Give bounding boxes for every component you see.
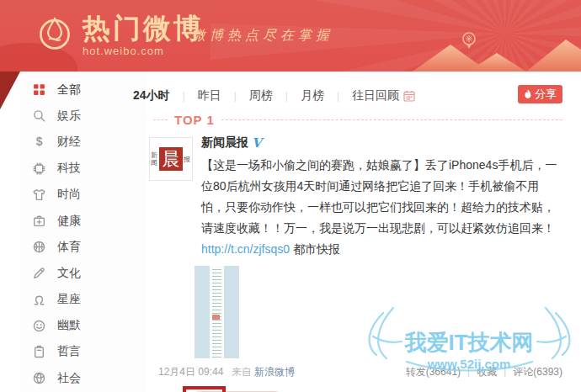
post-actions-links: 转发(36641) | 收藏 | 评论(6393): [406, 365, 562, 379]
tab-label: 24小时: [133, 88, 170, 103]
annotation-highlight-rect: [183, 386, 226, 392]
favorite-link[interactable]: 收藏: [477, 365, 497, 379]
ribbon-fold-decoration: [0, 72, 20, 109]
flame-circle-icon: [37, 13, 72, 52]
avatar-big-char: 晨: [159, 147, 183, 171]
sidebar-item-label: 社会: [57, 371, 81, 386]
chip-icon: [32, 162, 46, 176]
site-header: 热门微博 hot.weibo.com 微博热点尽在掌握: [0, 0, 581, 72]
post-thumbnail-image[interactable]: [195, 266, 239, 358]
top-post: 新闻 晨 报 新闻晨报 V 【这是一场和小偷之间的赛跑，姑娘赢了】丢了iPhon…: [149, 137, 562, 358]
sidebar-item-label: 体育: [57, 240, 81, 255]
pencil-icon: [32, 266, 46, 280]
sidebar-item-grid[interactable]: 全部: [20, 77, 147, 103]
category-sidebar: 全部娱乐$财经科技时尚健康体育文化星座幽默哲言社会: [20, 72, 147, 392]
sidebar-item-label: 全部: [57, 82, 81, 98]
avatar-small-left-text: 新闻: [151, 151, 158, 167]
header-tagline: 微博热点尽在掌握: [192, 27, 333, 45]
sidebar-item-label: 哲言: [57, 344, 81, 359]
author-row: 新闻晨报 V: [201, 135, 562, 151]
share-button[interactable]: 分享: [518, 85, 562, 103]
magnifier-icon: [32, 109, 46, 123]
calendar-icon: [403, 90, 415, 102]
thumbnail-red-mark: [212, 315, 220, 320]
tab-label: 往日回顾: [352, 88, 399, 103]
sidebar-item-dollar[interactable]: $财经: [20, 129, 147, 155]
logo-domain: hot.weibo.com: [83, 45, 204, 57]
sidebar-item-smiley[interactable]: 幽默: [20, 313, 147, 339]
grid-icon: [32, 82, 46, 97]
post-text-main: 【这是一场和小偷之间的赛跑，姑娘赢了】丢了iPhone4s手机后，一位80后杭州…: [201, 158, 557, 235]
sidebar-item-basketball[interactable]: 体育: [20, 234, 147, 260]
sidebar-item-label: 文化: [57, 266, 81, 281]
rank-title: TOP 1: [174, 113, 215, 127]
site-logo[interactable]: 热门微博 hot.weibo.com: [37, 13, 204, 57]
sidebar-item-globe[interactable]: 社会: [20, 365, 147, 391]
source-prefix: 来自: [232, 366, 252, 378]
post-text: 【这是一场和小偷之间的赛跑，姑娘赢了】丢了iPhone4s手机后，一位80后杭州…: [201, 155, 562, 260]
tab-label: 月榜: [301, 88, 324, 103]
sidebar-item-pencil[interactable]: 文化: [20, 260, 147, 286]
firstaid-icon: [32, 214, 46, 228]
tab-2[interactable]: 周榜: [237, 88, 285, 103]
source-link[interactable]: 新浪微博: [254, 366, 295, 378]
sidebar-item-tshirt[interactable]: 时尚: [20, 182, 147, 208]
tab-1[interactable]: 昨日: [185, 88, 234, 103]
tab-0[interactable]: 24小时: [133, 88, 183, 103]
repost-link[interactable]: 转发(36641): [406, 365, 461, 379]
thumbnail-text-strip: [210, 266, 224, 358]
tab-bar: 24小时|昨日|周榜|月榜|往日回顾 分享: [131, 72, 562, 105]
post-text-tail: 都市快报: [290, 242, 340, 256]
post-meta-left: 12月4日 09:44 来自 新浪微博: [158, 365, 295, 379]
sidebar-item-magnifier[interactable]: 娱乐: [20, 103, 147, 129]
globe-icon: [32, 371, 46, 385]
sidebar-item-label: 星座: [57, 292, 81, 307]
verified-badge: V: [252, 135, 262, 151]
basketball-icon: [32, 240, 46, 254]
location-pin-icon: [461, 32, 477, 52]
rank-dash-left: [153, 119, 168, 120]
heat-action-row: 91583°C +1 他们 +1 过： 等2470人: [131, 384, 562, 392]
libra-icon: [32, 293, 46, 307]
author-name[interactable]: 新闻晨报: [201, 135, 248, 151]
hot-weibo-page: 热门微博 hot.weibo.com 微博热点尽在掌握 全部娱乐$财经科技时尚健…: [0, 0, 581, 392]
sidebar-item-label: 财经: [57, 135, 81, 150]
sidebar-item-book[interactable]: 哲言: [20, 339, 147, 365]
flame-icon: [524, 89, 532, 99]
avatar-small-right-text: 报: [184, 156, 191, 163]
logo-title: 热门微博: [83, 13, 204, 44]
sidebar-item-chip[interactable]: 科技: [20, 156, 147, 182]
tab-label: 昨日: [198, 88, 221, 103]
rank-dash-right: [221, 119, 562, 120]
share-label: 分享: [535, 87, 557, 102]
main-content: 24小时|昨日|周榜|月榜|往日回顾 分享 TOP 1 新闻 晨 报 新闻晨报: [131, 72, 562, 392]
post-date: 12月4日 09:44: [158, 366, 223, 378]
sidebar-item-libra[interactable]: 星座: [20, 287, 147, 313]
sidebar-item-firstaid[interactable]: 健康: [20, 208, 147, 234]
tab-4[interactable]: 往日回顾: [339, 88, 428, 103]
svg-text:$: $: [36, 135, 43, 149]
tab-items-slot: 24小时|昨日|周榜|月榜|往日回顾: [133, 88, 562, 103]
tshirt-icon: [32, 188, 46, 202]
sidebar-item-label: 科技: [57, 161, 81, 176]
author-avatar[interactable]: 新闻 晨 报: [149, 137, 193, 181]
separator: |: [467, 365, 470, 379]
sidebar-item-label: 时尚: [57, 187, 81, 202]
separator: |: [504, 365, 506, 379]
post-link[interactable]: http://t.cn/zjfsqs0: [201, 242, 290, 256]
post-meta-row: 12月4日 09:44 来自 新浪微博 转发(36641) | 收藏 | 评论(…: [158, 365, 562, 379]
dollar-icon: $: [32, 135, 46, 149]
sidebar-item-label: 健康: [57, 214, 81, 229]
sidebar-item-label: 幽默: [57, 318, 81, 333]
sidebar-item-label: 娱乐: [57, 109, 81, 124]
smiley-icon: [32, 319, 46, 333]
tab-label: 周榜: [249, 88, 273, 103]
rank-heading: TOP 1: [153, 113, 562, 127]
post-body: 新闻晨报 V 【这是一场和小偷之间的赛跑，姑娘赢了】丢了iPhone4s手机后，…: [201, 137, 562, 358]
book-icon: [32, 345, 46, 359]
comment-link[interactable]: 评论(6393): [513, 365, 562, 379]
tab-3[interactable]: 月榜: [288, 88, 337, 103]
